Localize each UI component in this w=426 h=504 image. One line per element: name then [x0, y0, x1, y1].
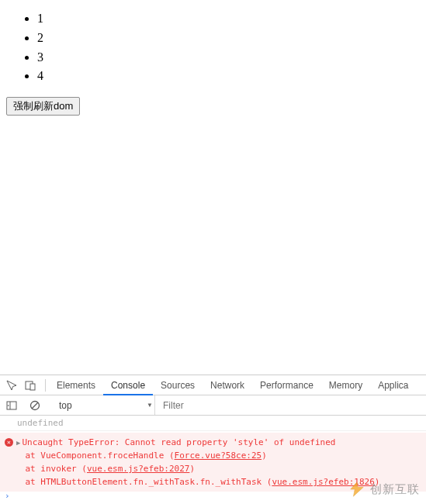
- source-link[interactable]: Force.vue?58ce:25: [175, 450, 262, 461]
- svg-line-6: [32, 402, 38, 409]
- console-output-line: undefined: [0, 416, 426, 431]
- tab-network[interactable]: Network: [203, 375, 252, 395]
- stack-frame: at VueComponent.froceHandle (Force.vue?5…: [5, 450, 267, 461]
- svg-rect-1: [30, 384, 35, 390]
- clear-console-icon[interactable]: [28, 399, 42, 413]
- svg-marker-4: [8, 405, 9, 406]
- devtools-panel: Elements Console Sources Network Perform…: [0, 375, 426, 504]
- filter-input[interactable]: [160, 398, 421, 413]
- device-toggle-icon[interactable]: [23, 378, 37, 392]
- stack-frame: at HTMLButtonElement.fn._withTask.fn._wi…: [5, 477, 379, 487]
- chevron-down-icon: ▼: [147, 402, 153, 409]
- tab-elements[interactable]: Elements: [49, 375, 103, 395]
- toggle-sidebar-icon[interactable]: [5, 399, 19, 413]
- console-body: undefined ✕▶Uncaught TypeError: Cannot r…: [0, 416, 426, 504]
- disclosure-triangle-icon[interactable]: ▶: [16, 438, 20, 449]
- context-selector[interactable]: top ▼: [54, 395, 155, 415]
- console-error: ✕▶Uncaught TypeError: Cannot read proper…: [0, 433, 426, 492]
- devtools-tabbar: Elements Console Sources Network Perform…: [0, 375, 426, 395]
- list-item: 2: [37, 29, 420, 48]
- console-prompt-icon[interactable]: ›: [5, 491, 10, 501]
- inspect-icon[interactable]: [5, 378, 19, 392]
- page-content: 1 2 3 4 强制刷新dom: [0, 0, 426, 116]
- source-link[interactable]: vue.esm.js?efeb:1826: [272, 477, 374, 487]
- number-list: 1 2 3 4: [6, 9, 420, 86]
- tab-performance[interactable]: Performance: [252, 375, 321, 395]
- tab-memory[interactable]: Memory: [321, 375, 370, 395]
- list-item: 1: [37, 9, 420, 29]
- list-item: 4: [37, 67, 420, 86]
- tab-application[interactable]: Applica: [370, 375, 416, 395]
- tab-sources[interactable]: Sources: [153, 375, 203, 395]
- stack-frame: at invoker (vue.esm.js?efeb:2027): [5, 464, 195, 474]
- list-item: 3: [37, 48, 420, 67]
- error-message: Uncaught TypeError: Cannot read property…: [22, 437, 335, 447]
- context-selector-value: top: [59, 400, 72, 411]
- tab-console[interactable]: Console: [103, 375, 153, 395]
- force-refresh-button[interactable]: 强制刷新dom: [6, 97, 80, 116]
- source-link[interactable]: vue.esm.js?efeb:2027: [87, 464, 189, 474]
- error-icon: ✕: [5, 438, 13, 447]
- console-toolbar: top ▼: [0, 395, 426, 416]
